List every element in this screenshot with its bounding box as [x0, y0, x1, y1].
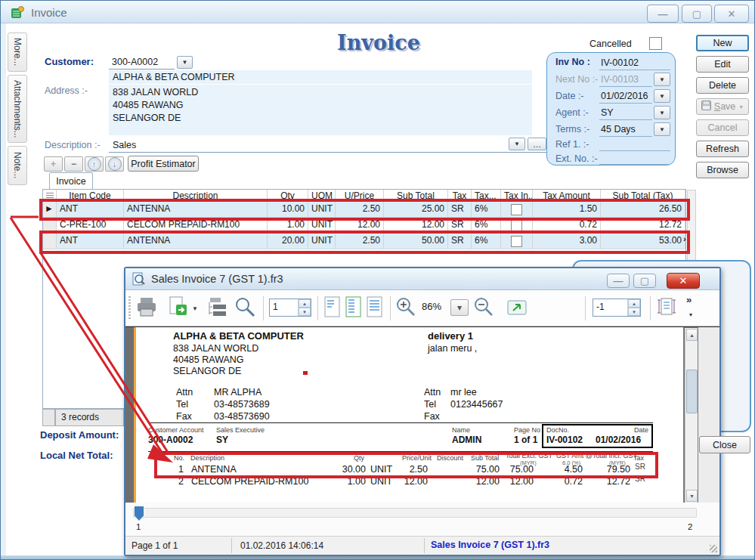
move-down-button[interactable]: ↓: [105, 156, 124, 172]
minimize-button[interactable]: —: [647, 5, 679, 23]
new-button[interactable]: New: [696, 35, 749, 51]
row-indicator-header[interactable]: [43, 190, 57, 202]
cell-uprice[interactable]: 2.50: [336, 234, 384, 249]
sidebar-tab-note[interactable]: Note...: [8, 146, 27, 185]
date-dropdown-icon[interactable]: ▼: [654, 89, 670, 103]
delete-button[interactable]: Delete: [696, 77, 749, 94]
report-close-icon[interactable]: ✕: [667, 273, 700, 289]
terms-value[interactable]: 45 Days: [601, 124, 636, 135]
cell-item-code[interactable]: C-PRE-100: [57, 218, 124, 234]
save-button[interactable]: Save ▼: [696, 98, 749, 115]
cell-tax-rate[interactable]: 6%: [472, 202, 501, 218]
customer-code-field[interactable]: 300-A0002: [112, 57, 158, 67]
col-header-tax[interactable]: Tax: [448, 190, 472, 202]
spin-down-icon[interactable]: ▼: [628, 308, 640, 316]
description-ellipsis-button[interactable]: …: [528, 138, 546, 150]
cancel-button[interactable]: Cancel: [696, 119, 749, 136]
page-setup-icon[interactable]: [656, 296, 679, 321]
open-external-icon[interactable]: [507, 299, 528, 319]
cell-tax[interactable]: SR: [448, 218, 472, 234]
report-tree-icon[interactable]: [204, 296, 228, 321]
toolbar-more-icon[interactable]: ▾: [689, 311, 692, 318]
edit-button[interactable]: Edit: [696, 56, 749, 73]
description-dropdown-icon[interactable]: ▼: [509, 138, 525, 150]
search-icon[interactable]: [233, 296, 257, 321]
page-number-spinner[interactable]: 1 ▲▼: [269, 299, 311, 317]
next-no-dropdown-icon[interactable]: ▼: [654, 73, 670, 86]
page-number-value[interactable]: 1: [270, 299, 298, 316]
cell-item-code[interactable]: ANT: [57, 202, 124, 218]
address-block[interactable]: 838 JALAN WORLD 40485 RAWANG SELANGOR DE: [109, 85, 532, 135]
close-window-icon[interactable]: ✕: [714, 5, 749, 23]
refresh-button[interactable]: Refresh: [696, 141, 749, 157]
cell-qty[interactable]: 20.00: [268, 234, 308, 249]
cell-tax-inclusive[interactable]: [501, 202, 533, 218]
cell-tax-rate[interactable]: 6%: [472, 218, 501, 234]
cell-subtotal[interactable]: 25.00: [384, 202, 448, 218]
inv-no-value[interactable]: IV-00102: [601, 57, 639, 68]
scrollbar-thumb[interactable]: [686, 370, 698, 413]
col-header-item-code[interactable]: Item Code: [57, 190, 124, 202]
col-header-qty[interactable]: Qty: [268, 190, 308, 202]
profit-estimator-button[interactable]: Profit Estimator: [128, 156, 199, 172]
cell-tax-inclusive[interactable]: [501, 218, 533, 234]
spin-down-icon[interactable]: ▼: [299, 308, 311, 316]
view-two-pages-icon[interactable]: [345, 296, 363, 321]
cell-uom[interactable]: UNIT: [308, 202, 336, 218]
cell-tax-rate[interactable]: 6%: [472, 234, 501, 249]
browse-button[interactable]: Browse: [696, 162, 749, 178]
col-header-description[interactable]: Description: [124, 190, 268, 202]
cell-uom[interactable]: UNIT: [308, 218, 336, 234]
cell-subtotal-tax[interactable]: 12.72: [601, 218, 685, 234]
tab-invoice[interactable]: Invoice: [49, 172, 93, 190]
col-header-tax-amount[interactable]: Tax Amount: [533, 190, 601, 202]
col-header-uom[interactable]: UOM: [308, 190, 336, 202]
col-header-subtotal[interactable]: Sub Total: [384, 190, 448, 202]
tax-inclusive-checkbox[interactable]: [511, 204, 522, 215]
grid-scroll-right-icon[interactable]: ›: [683, 234, 686, 243]
grid-row-1[interactable]: ► ANT ANTENNA 10.00 UNIT 2.50 25.00 SR 6…: [43, 202, 685, 218]
cell-qty[interactable]: 1.00: [268, 218, 308, 234]
view-whole-page-icon[interactable]: [323, 296, 342, 321]
report-vertical-scrollbar[interactable]: ▲ ▼: [685, 328, 698, 503]
close-button[interactable]: Close: [699, 436, 750, 453]
zoom-out-icon[interactable]: [473, 296, 496, 321]
resize-grip[interactable]: [710, 545, 717, 552]
grid-row-2[interactable]: C-PRE-100 CELCOM PREPAID-RM100 1.00 UNIT…: [43, 218, 685, 234]
report-minimize-button[interactable]: —: [607, 274, 630, 288]
sidebar-tab-attachments[interactable]: Attachments...: [8, 75, 27, 143]
col-header-tax-inclusive[interactable]: Tax In...: [501, 190, 533, 202]
col-header-tax-rate[interactable]: Tax...: [472, 190, 501, 202]
toolbar-overflow-icon[interactable]: »: [686, 294, 692, 305]
save-dropdown-icon[interactable]: ▼: [738, 104, 744, 110]
zoom-in-icon[interactable]: [395, 296, 418, 321]
cell-tax-inclusive[interactable]: [501, 234, 533, 249]
cell-description[interactable]: CELCOM PREPAID-RM100: [124, 218, 268, 234]
spin-up-icon[interactable]: ▲: [299, 299, 311, 308]
ref1-underline[interactable]: [599, 150, 670, 151]
agent-dropdown-icon[interactable]: ▼: [654, 106, 670, 119]
offset-spinner[interactable]: -1 ▲▼: [593, 299, 641, 317]
move-up-button[interactable]: ↑: [85, 156, 104, 172]
maximize-button[interactable]: ▢: [682, 5, 712, 23]
cell-description[interactable]: ANTENNA: [124, 234, 268, 249]
cell-uprice[interactable]: 2.50: [336, 202, 384, 218]
report-maximize-button[interactable]: ▢: [633, 274, 656, 288]
agent-value[interactable]: SY: [601, 107, 614, 118]
customer-dropdown-icon[interactable]: ▼: [177, 56, 193, 69]
offset-value[interactable]: -1: [593, 299, 627, 316]
tax-inclusive-checkbox[interactable]: [511, 236, 522, 247]
scroll-up-icon[interactable]: ▲: [686, 329, 698, 341]
remove-row-button[interactable]: −: [64, 156, 83, 172]
cell-tax[interactable]: SR: [448, 202, 472, 218]
terms-dropdown-icon[interactable]: ▼: [654, 122, 670, 136]
ext-no-underline[interactable]: [599, 164, 670, 165]
cell-subtotal[interactable]: 50.00: [384, 234, 448, 249]
page-slider-thumb[interactable]: [135, 506, 144, 521]
date-value[interactable]: 01/02/2016: [601, 91, 648, 101]
add-row-button[interactable]: +: [44, 156, 63, 172]
cell-qty[interactable]: 10.00: [268, 202, 308, 218]
grid-row-3[interactable]: ANT ANTENNA 20.00 UNIT 2.50 50.00 SR 6% …: [43, 234, 685, 249]
cell-tax-amount[interactable]: 1.50: [533, 202, 601, 218]
cell-tax-amount[interactable]: 3.00: [533, 234, 601, 249]
